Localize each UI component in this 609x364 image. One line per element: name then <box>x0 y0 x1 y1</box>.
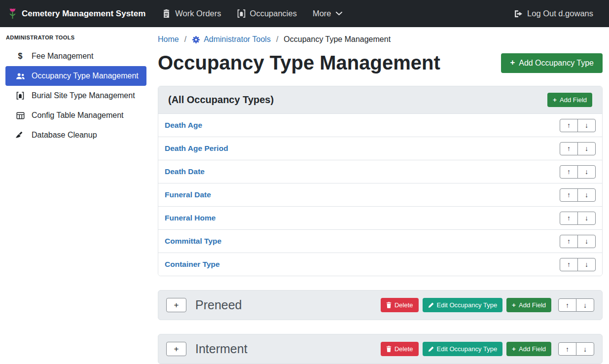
delete-button[interactable]: Delete <box>381 298 419 312</box>
logout-icon <box>514 10 523 18</box>
all-occupancy-types-header: (All Occupancy Types) + Add Field <box>158 86 602 113</box>
move-down-button[interactable]: ↓ <box>577 258 596 271</box>
sidebar-item-config-table-management[interactable]: Config Table Management <box>5 106 146 125</box>
main-content: Home / Administrator Tools / Occupancy T <box>158 27 609 364</box>
field-link-committal-type[interactable]: Committal Type <box>165 237 221 246</box>
move-up-button[interactable]: ↑ <box>560 235 578 248</box>
expand-button[interactable]: + <box>166 298 186 312</box>
breadcrumb-home-link[interactable]: Home <box>158 35 179 44</box>
section-title: Preneed <box>195 298 372 312</box>
breadcrumb-current: Occupancy Type Management <box>284 35 391 44</box>
field-link-funeral-date[interactable]: Funeral Date <box>165 190 211 199</box>
section-actions: Delete Edit Occupancy Type + Add Field ↑… <box>381 298 594 312</box>
field-row: Funeral Date ↑ ↓ <box>158 183 602 206</box>
add-occupancy-type-button[interactable]: + Add Occupancy Type <box>501 53 603 73</box>
sidebar-item-label: Occupancy Type Management <box>32 72 139 80</box>
move-up-button[interactable]: ↑ <box>560 165 578 179</box>
sidebar-item-occupancy-type-management[interactable]: Occupancy Type Management <box>5 66 146 86</box>
field-row: Death Date ↑ ↓ <box>158 160 602 183</box>
edit-occupancy-type-label: Edit Occupancy Type <box>437 301 498 309</box>
field-row: Container Type ↑ ↓ <box>158 253 602 276</box>
field-link-death-age[interactable]: Death Age <box>165 121 202 130</box>
move-down-button[interactable]: ↓ <box>577 212 596 225</box>
move-up-button[interactable]: ↑ <box>560 188 578 202</box>
breadcrumb: Home / Administrator Tools / Occupancy T <box>158 35 603 44</box>
field-link-death-age-period[interactable]: Death Age Period <box>165 144 228 153</box>
delete-label: Delete <box>394 345 413 353</box>
sidebar-item-burial-site-type-management[interactable]: Burial Site Type Management <box>5 86 146 106</box>
plus-icon: + <box>512 302 516 309</box>
move-down-button[interactable]: ↓ <box>577 142 596 155</box>
reorder-group: ↑ ↓ <box>560 142 596 155</box>
tombstone-frame-icon <box>237 9 246 18</box>
move-down-button[interactable]: ↓ <box>577 119 596 132</box>
field-link-death-date[interactable]: Death Date <box>165 167 205 176</box>
move-up-button[interactable]: ↑ <box>560 142 578 155</box>
move-up-button[interactable]: ↑ <box>558 342 576 356</box>
field-link-container-type[interactable]: Container Type <box>165 260 220 269</box>
title-row: Occupancy Type Management + Add Occupanc… <box>158 52 603 74</box>
nav-work-orders[interactable]: Work Orders <box>154 5 229 22</box>
sidebar-item-label: Config Table Management <box>32 111 124 120</box>
field-row: Funeral Home ↑ ↓ <box>158 206 602 229</box>
occupancy-type-section-preneed: + Preneed Delete Edit Occupancy Typ <box>158 290 603 320</box>
breadcrumb-admin-tools-link[interactable]: Administrator Tools <box>192 35 271 44</box>
clipboard-icon <box>162 9 171 18</box>
dollar-icon: $ <box>15 52 26 61</box>
page-title: Occupancy Type Management <box>158 52 440 74</box>
broom-icon <box>15 131 26 139</box>
move-up-button[interactable]: ↑ <box>560 212 578 225</box>
move-up-button[interactable]: ↑ <box>560 119 578 132</box>
move-up-button[interactable]: ↑ <box>558 298 576 312</box>
add-occupancy-type-label: Add Occupancy Type <box>519 59 594 68</box>
move-down-button[interactable]: ↓ <box>577 188 596 202</box>
brand-title: Cemetery Management System <box>22 9 145 19</box>
move-up-button[interactable]: ↑ <box>560 258 578 271</box>
pencil-icon <box>428 302 434 308</box>
reorder-group: ↑ ↓ <box>560 235 596 248</box>
plus-icon: + <box>553 97 557 104</box>
reorder-group: ↑ ↓ <box>558 342 594 356</box>
add-field-button[interactable]: + Add Field <box>506 298 551 312</box>
sidebar-item-fee-management[interactable]: $ Fee Management <box>5 46 146 66</box>
top-navbar: Cemetery Management System Work Orders O… <box>0 0 609 27</box>
plus-icon: + <box>512 346 516 353</box>
breadcrumb-separator: / <box>184 35 186 44</box>
section-actions: Delete Edit Occupancy Type + Add Field ↑… <box>381 342 594 356</box>
field-row: Death Age Period ↑ ↓ <box>158 137 602 160</box>
logout-button[interactable]: Log Out d.gowans <box>506 5 601 22</box>
move-down-button[interactable]: ↓ <box>577 165 596 179</box>
add-field-label: Add Field <box>560 96 587 104</box>
delete-button[interactable]: Delete <box>381 342 419 356</box>
expand-button[interactable]: + <box>166 342 186 356</box>
field-row: Committal Type ↑ ↓ <box>158 229 602 253</box>
plus-icon: + <box>510 59 515 67</box>
gear-icon <box>192 36 200 44</box>
reorder-group: ↑ ↓ <box>560 119 596 132</box>
nav-occupancies[interactable]: Occupancies <box>229 5 305 22</box>
sidebar: ADMINISTRATOR TOOLS $ Fee Management Occ… <box>0 27 152 364</box>
reorder-group: ↑ ↓ <box>560 258 596 271</box>
reorder-group: ↑ ↓ <box>560 165 596 179</box>
occupancy-type-section-interment: + Interment Delete Edit Occupancy T <box>158 334 603 364</box>
move-down-button[interactable]: ↓ <box>576 298 594 312</box>
sidebar-item-label: Fee Management <box>32 52 93 61</box>
logout-label: Log Out d.gowans <box>527 9 593 18</box>
sidebar-item-label: Database Cleanup <box>32 131 97 140</box>
tombstone-frame-icon <box>15 92 26 100</box>
field-link-funeral-home[interactable]: Funeral Home <box>165 214 215 222</box>
nav-more[interactable]: More <box>305 5 350 22</box>
app-brand[interactable]: Cemetery Management System <box>8 7 145 20</box>
add-field-button[interactable]: + Add Field <box>547 93 592 107</box>
move-down-button[interactable]: ↓ <box>576 342 594 356</box>
sidebar-heading: ADMINISTRATOR TOOLS <box>0 27 152 46</box>
nav-occupancies-label: Occupancies <box>250 9 297 18</box>
edit-occupancy-type-label: Edit Occupancy Type <box>437 345 498 353</box>
reorder-group: ↑ ↓ <box>560 212 596 225</box>
move-down-button[interactable]: ↓ <box>577 235 596 248</box>
primary-nav: Work Orders Occupancies More <box>154 5 350 22</box>
edit-occupancy-type-button[interactable]: Edit Occupancy Type <box>423 342 503 356</box>
sidebar-item-database-cleanup[interactable]: Database Cleanup <box>5 125 146 145</box>
add-field-button[interactable]: + Add Field <box>506 342 551 356</box>
edit-occupancy-type-button[interactable]: Edit Occupancy Type <box>423 298 503 312</box>
